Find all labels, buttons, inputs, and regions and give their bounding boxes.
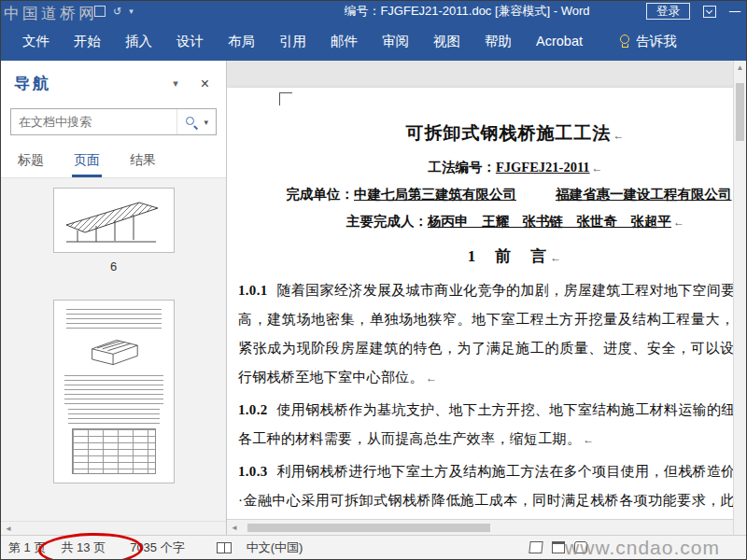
view-shortcuts [529, 541, 587, 553]
document-search-box: ▾ [10, 108, 217, 135]
thumbnail-text-lines [68, 409, 160, 425]
scroll-left-icon[interactable]: ◄ [1, 525, 16, 533]
search-input[interactable] [11, 115, 176, 129]
word-count[interactable]: 7035 个字 [130, 539, 185, 556]
paragraph-1: 1.0.1随着国家经济发展及城市商业化竞争的加剧，房屋建筑工程对地下空间要求越来… [238, 276, 733, 393]
navigation-options-icon[interactable]: ▾ [158, 76, 193, 91]
ribbon-display-options-icon[interactable] [703, 6, 716, 18]
document-horizontal-scrollbar[interactable]: ◄ [227, 519, 733, 536]
paragraph-mark: ← [550, 251, 563, 264]
page-thumbnail-7[interactable] [53, 300, 175, 483]
ribbon-tab-mailings[interactable]: 邮件 [318, 21, 370, 61]
save-icon[interactable] [94, 6, 106, 17]
read-mode-icon[interactable] [529, 541, 543, 553]
title-bar: ↺ ▾ 编号：FJGFEJ21-2011.doc [兼容模式] - Word 登… [1, 1, 746, 21]
ribbon-tab-bar: 文件 开始 插入 设计 布局 引用 邮件 审阅 视图 帮助 Acrobat 告诉… [1, 21, 746, 61]
thumbnail-truss-drawing [59, 193, 169, 247]
total-pages[interactable]: 共 13 页 [61, 539, 106, 556]
page-thumbnail-list: 6 [1, 178, 226, 536]
search-icon [185, 116, 197, 128]
qat-dropdown-icon[interactable]: ▾ [129, 7, 134, 16]
title-bar-controls: 登录 — [646, 3, 740, 20]
ribbon-tab-review[interactable]: 审阅 [370, 21, 421, 61]
minimize-icon[interactable]: — [729, 5, 740, 18]
navigation-tabs: 标题 页面 结果 [1, 147, 226, 178]
search-button[interactable]: ▾ [176, 109, 216, 134]
tell-me-control[interactable]: 告诉我 [619, 33, 677, 50]
sign-in-button[interactable]: 登录 [646, 3, 690, 20]
search-dropdown-icon: ▾ [204, 118, 208, 127]
paragraph-mark: ← [426, 364, 437, 393]
web-layout-icon[interactable] [574, 541, 587, 553]
nav-tab-headings[interactable]: 标题 [16, 147, 46, 177]
thumbnail-table [72, 428, 156, 474]
page-thumbnail-6[interactable] [53, 188, 175, 253]
vertical-scroll-thumb[interactable] [736, 83, 744, 141]
paragraph-mark: ← [613, 129, 626, 142]
thumbnail-page-number: 6 [110, 259, 117, 273]
scroll-left-icon[interactable]: ◄ [227, 524, 242, 532]
lightbulb-icon [619, 35, 629, 49]
paragraph-2: 1.0.2使用钢栈桥作为基坑支护、地下土方开挖、地下室结构施工材料运输的纽带，满… [238, 396, 733, 455]
nav-horizontal-scrollbar[interactable]: ◄ [1, 521, 226, 536]
document-title: 可拆卸式钢栈桥施工工法← [238, 121, 733, 146]
paragraph-mark: ← [583, 426, 594, 455]
document-page[interactable]: 可拆卸式钢栈桥施工工法← 工法编号：FJGFEJ21-2011← 完成单位：中建… [227, 88, 733, 536]
navigation-close-icon[interactable]: × [193, 76, 217, 92]
completion-unit-line: 完成单位：中建七局第三建筑有限公司福建省惠一建设工程有限公司← [238, 186, 733, 203]
status-bar: 第 1 页 共 13 页 7035 个字 中文(中国) [1, 535, 746, 559]
paragraph-mark: ← [673, 216, 684, 229]
thumbnail-iso-drawing [81, 333, 147, 370]
paragraph-mark: ← [592, 161, 603, 175]
language-indicator[interactable]: 中文(中国) [247, 539, 303, 556]
word-window: ↺ ▾ 编号：FJGFEJ21-2011.doc [兼容模式] - Word 登… [0, 0, 747, 560]
document-vertical-scrollbar[interactable]: ▲ [733, 61, 746, 536]
tell-me-label: 告诉我 [636, 33, 677, 50]
ribbon-tab-help[interactable]: 帮助 [472, 21, 524, 61]
nav-tab-pages[interactable]: 页面 [72, 147, 102, 177]
ribbon-tab-layout[interactable]: 布局 [216, 21, 267, 61]
window-body: 导航 ▾ × ▾ 标题 页面 结果 [1, 61, 746, 536]
scroll-up-icon[interactable]: ▲ [734, 61, 746, 72]
proofing-icon[interactable] [217, 542, 232, 553]
authors-line: 主要完成人：杨丙申 王耀 张书链 张世奇 张超平← [238, 213, 733, 231]
navigation-pane: 导航 ▾ × ▾ 标题 页面 结果 [1, 61, 227, 536]
page-indicator[interactable]: 第 1 页 [8, 539, 46, 556]
method-code-line: 工法编号：FJGFEJ21-2011← [238, 159, 733, 176]
document-area: 可拆卸式钢栈桥施工工法← 工法编号：FJGFEJ21-2011← 完成单位：中建… [227, 61, 733, 536]
ribbon-tab-references[interactable]: 引用 [267, 21, 318, 61]
thumbnail-text-lines [64, 375, 163, 404]
text-boundary-corner-mark [279, 92, 292, 105]
ribbon-tab-home[interactable]: 开始 [62, 21, 113, 61]
ribbon-tab-view[interactable]: 视图 [421, 21, 472, 61]
navigation-title: 导航 [14, 73, 51, 94]
section-heading: 1 前 言← [238, 245, 733, 267]
ribbon-tab-design[interactable]: 设计 [164, 21, 216, 61]
quick-access-toolbar: ↺ ▾ [94, 6, 134, 18]
nav-tab-results[interactable]: 结果 [128, 147, 158, 177]
horizontal-scroll-thumb[interactable] [247, 524, 490, 532]
print-layout-icon[interactable] [552, 541, 565, 553]
ribbon-tab-acrobat[interactable]: Acrobat [524, 21, 595, 61]
ribbon-tab-file[interactable]: 文件 [10, 21, 62, 61]
thumbnail-text-lines [66, 309, 162, 329]
ribbon-tab-insert[interactable]: 插入 [113, 21, 164, 61]
undo-icon[interactable]: ↺ [113, 6, 121, 18]
navigation-header: 导航 ▾ × [1, 61, 226, 98]
